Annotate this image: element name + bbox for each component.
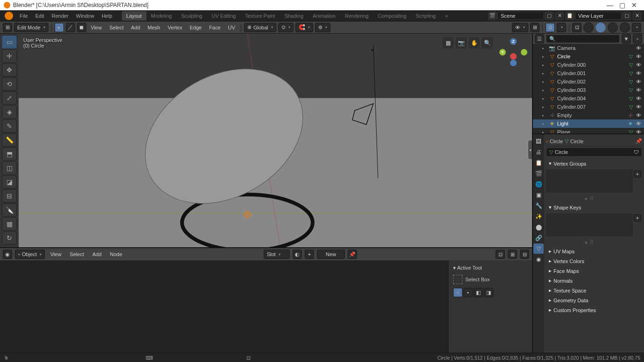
hdr-uv[interactable]: UV [225, 23, 238, 32]
tab-compositing[interactable]: Compositing [373, 11, 411, 21]
prop-tab-modifier[interactable]: 🔧 [533, 201, 544, 211]
outliner-row[interactable]: ▸▽Cylinder.003▽👁 [533, 86, 644, 94]
scene-delete-button[interactable]: ✕ [555, 12, 564, 20]
edge-select-icon[interactable]: ／ [66, 23, 75, 32]
sk-expander[interactable]: ▸ ⠿ [546, 238, 633, 246]
visibility-toggle-icon[interactable]: 👁 [635, 45, 642, 51]
shader-view[interactable]: View [48, 250, 64, 258]
prop-tab-output[interactable]: 🖨 [533, 147, 544, 157]
xray-toggle-icon[interactable]: ⊡ [572, 23, 581, 32]
hdr-edge[interactable]: Edge [187, 23, 204, 32]
select-intersect-icon[interactable]: ◨ [484, 288, 493, 297]
visibility-toggle-icon[interactable]: 👁 [635, 62, 642, 68]
tool-annotate[interactable]: ✎ [2, 119, 17, 132]
menu-help[interactable]: Help [98, 12, 116, 20]
tool-bevel[interactable]: ◪ [2, 175, 17, 188]
gizmo-y-neg-axis[interactable] [521, 49, 527, 56]
panel-custom-properties[interactable]: ▸ Custom Properties [546, 305, 633, 315]
shading-lookdev-icon[interactable] [608, 22, 618, 33]
snap-dropdown[interactable]: 🧲 [295, 23, 313, 32]
panel-normals[interactable]: ▸ Normals [546, 276, 633, 285]
prop-tab-physics[interactable]: ⬤ [533, 222, 544, 232]
outliner-row[interactable]: ▸▽Cylinder.007▽👁 [533, 103, 644, 111]
prop-tab-data[interactable]: ▽ [533, 244, 544, 254]
tool-measure[interactable]: 📏 [2, 133, 17, 146]
tool-transform[interactable]: ◈ [2, 105, 17, 118]
shader-add[interactable]: Add [90, 250, 105, 258]
material-add-button[interactable]: + [305, 250, 314, 259]
tab-texturepaint[interactable]: Texture Paint [240, 11, 280, 21]
zoom-icon[interactable]: 🔍 [482, 37, 493, 49]
prop-tab-world[interactable]: 🌐 [533, 179, 544, 189]
material-slot-dropdown[interactable]: Slot [264, 250, 290, 259]
hdr-add[interactable]: Add [128, 23, 143, 32]
prop-tab-object[interactable]: ▣ [533, 190, 544, 200]
gizmo-z-neg-axis[interactable] [510, 60, 517, 66]
scene-icon[interactable]: 🎬 [488, 12, 497, 20]
visibility-toggle-icon[interactable]: 👁 [635, 121, 642, 126]
panel-geometry-data[interactable]: ▸ Geometry Data [546, 295, 633, 305]
tab-scripting[interactable]: Scripting [411, 11, 441, 21]
tab-add[interactable]: + [441, 11, 453, 21]
prop-tab-particle[interactable]: ✨ [533, 211, 544, 222]
outliner-row[interactable]: ▸▽Plane▽👁 [533, 128, 644, 133]
panel-shape-keys[interactable]: ▾ Shape Keys [546, 202, 633, 212]
navigation-gizmo[interactable]: Z Y [499, 38, 527, 66]
viewport-3d[interactable]: ▭ ✛ ✥ ⟲ ⤢ ◈ ✎ 📏 ⬒ ◫ ◪ ⊟ 🔪 ▦ ↻ User Persp… [0, 34, 532, 247]
outliner-row[interactable]: ▸📷Camera👁 [533, 44, 644, 52]
visibility-toggle-icon[interactable]: 👁 [635, 54, 642, 59]
shading-wireframe-icon[interactable] [583, 22, 594, 33]
gizmo-toggle-icon[interactable]: ⊞ [530, 23, 539, 32]
pin-icon[interactable]: 📌 [348, 250, 357, 259]
breadcrumb-data[interactable]: Circle [570, 139, 583, 144]
scene-name-input[interactable] [497, 12, 544, 20]
breadcrumb-obj[interactable]: Circle [550, 139, 563, 144]
shading-solid-icon[interactable] [595, 22, 606, 33]
n-panel-toggle[interactable]: ◂ [528, 140, 532, 159]
tab-rendering[interactable]: Rendering [340, 11, 373, 21]
shader-node[interactable]: Node [107, 250, 125, 258]
tab-layout[interactable]: Layout [122, 11, 147, 21]
visibility-toggle-icon[interactable]: 👁 [635, 96, 642, 101]
maximize-button[interactable]: ▢ [616, 1, 628, 9]
shading-rendered-icon[interactable] [620, 22, 630, 33]
tool-move[interactable]: ✥ [2, 63, 17, 77]
prop-tab-constraint[interactable]: 🔗 [533, 233, 544, 243]
snap-shader-icon[interactable]: ⊞ [508, 250, 517, 259]
tool-rotate[interactable]: ⟲ [2, 77, 17, 90]
shape-keys-list[interactable]: + [546, 213, 633, 237]
backdrop-icon[interactable]: ⊡ [496, 250, 505, 259]
tab-animation[interactable]: Animation [308, 11, 340, 21]
panel-face-maps[interactable]: ▸ Face Maps [546, 266, 633, 276]
editor-type-icon[interactable]: ⊞ [3, 23, 12, 32]
minimize-button[interactable]: — [604, 1, 616, 9]
select-subtract-icon[interactable]: ◧ [474, 288, 483, 297]
gizmo-x-axis[interactable] [510, 53, 517, 60]
viewport-canvas[interactable]: User Perspective (0) Circle [19, 34, 532, 247]
mode-dropdown[interactable]: Edit Mode [14, 23, 49, 32]
tool-loopcut[interactable]: ⊟ [2, 189, 17, 202]
camera-view-icon[interactable]: ▦ [442, 37, 454, 49]
tool-scale[interactable]: ⤢ [2, 91, 17, 104]
tool-spin[interactable]: ↻ [2, 231, 17, 244]
shading-options-dropdown[interactable] [632, 23, 641, 32]
shader-canvas[interactable]: ▾ Active Tool Select Box ▫ ▪ ◧ ◨ [0, 260, 532, 353]
tool-inset[interactable]: ◫ [2, 161, 17, 174]
prop-tab-material[interactable]: ◉ [533, 254, 544, 265]
tool-polybuild[interactable]: ▦ [2, 217, 17, 230]
outliner-row[interactable]: ▸▽Cylinder.001▽👁 [533, 69, 644, 77]
hdr-face[interactable]: Face [206, 23, 223, 32]
vertex-groups-list[interactable]: + [546, 169, 633, 193]
viewlayer-new-button[interactable]: ▢ [623, 12, 631, 20]
material-new-button[interactable]: New [317, 250, 345, 259]
outliner-row[interactable]: ▸☀Light☀👁 [533, 119, 644, 128]
visibility-toggle-icon[interactable]: 👁 [635, 79, 642, 84]
tab-uvediting[interactable]: UV Editing [207, 11, 240, 21]
outliner-row[interactable]: ▸▽Cylinder.000▽👁 [533, 61, 644, 69]
tool-cursor[interactable]: ✛ [2, 49, 17, 63]
overlay-toggle-icon[interactable]: ⊙ [546, 23, 555, 32]
material-preview-icon[interactable]: ◐ [293, 250, 302, 259]
proportional-dropdown[interactable]: ⊚ [315, 23, 330, 32]
panel-texture-space[interactable]: ▸ Texture Space [546, 285, 633, 295]
pan-icon[interactable]: ✋ [469, 37, 480, 49]
